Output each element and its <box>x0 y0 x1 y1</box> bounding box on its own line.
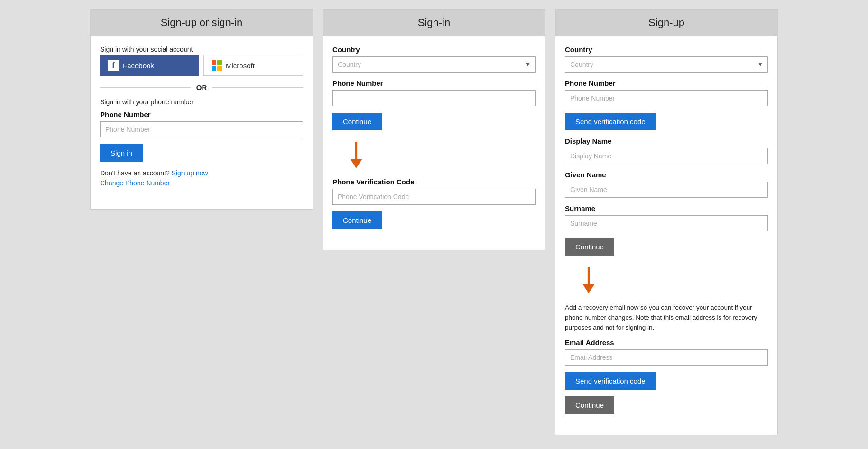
given-name-input[interactable] <box>565 182 768 198</box>
verification-code-input[interactable] <box>332 189 536 205</box>
panel-signup: Sign-up Country Country United States Un… <box>555 9 778 435</box>
email-address-label: Email Address <box>565 339 768 347</box>
phone-signin-title: Sign in with your phone number <box>100 98 303 106</box>
no-account-text: Don't have an account? <box>100 169 170 177</box>
phone-number-label: Phone Number <box>100 110 303 119</box>
microsoft-button[interactable]: Microsoft <box>203 55 303 76</box>
continue-button1[interactable]: Continue <box>332 113 382 130</box>
facebook-icon: f <box>108 60 119 71</box>
phone-number-input[interactable] <box>100 121 303 137</box>
divider-text: OR <box>196 83 207 92</box>
country-select3[interactable]: Country United States United Kingdom Can… <box>565 56 768 73</box>
panel1-title: Sign-up or sign-in <box>91 10 313 36</box>
arrow-down-icon <box>347 142 366 170</box>
display-name-label: Display Name <box>565 137 768 145</box>
phone-number-input2[interactable]: 123456789 <box>332 90 536 106</box>
surname-label: Surname <box>565 204 768 212</box>
country-label: Country <box>332 46 536 54</box>
send-verification-button2[interactable]: Send verification code <box>565 372 656 390</box>
svg-marker-3 <box>582 284 595 293</box>
signin-button[interactable]: Sign in <box>100 144 143 162</box>
country-select-wrapper: Country United States United Kingdom Can… <box>332 56 536 73</box>
or-divider: OR <box>100 83 303 92</box>
signup-now-link[interactable]: Sign up now <box>172 169 208 177</box>
email-address-input[interactable] <box>565 349 768 366</box>
social-buttons: f Facebook Microsoft <box>100 55 303 76</box>
facebook-button[interactable]: f Facebook <box>100 55 199 76</box>
signup-links: Don't have an account? Sign up now Chang… <box>100 168 303 188</box>
panel2-title: Sign-in <box>323 10 545 36</box>
arrow-container2 <box>565 267 768 295</box>
facebook-label: Facebook <box>123 62 154 70</box>
social-title: Sign in with your social account <box>100 46 303 53</box>
divider-line-right <box>212 87 303 88</box>
arrow-container1 <box>332 142 536 170</box>
recovery-text: Add a recovery email now so you can reco… <box>565 303 768 333</box>
microsoft-icon <box>212 60 222 71</box>
phone-number-input3[interactable] <box>565 90 768 106</box>
svg-marker-1 <box>350 159 362 168</box>
phone-number-label3: Phone Number <box>565 79 768 87</box>
continue-button3[interactable]: Continue <box>565 238 614 256</box>
phone-number-label2: Phone Number <box>332 79 536 87</box>
continue-button2[interactable]: Continue <box>332 211 382 229</box>
continue-button4[interactable]: Continue <box>565 396 614 414</box>
country-select-wrapper3: Country United States United Kingdom Can… <box>565 56 768 73</box>
country-label3: Country <box>565 46 768 54</box>
display-name-input[interactable] <box>565 148 768 164</box>
panel-signup-signin: Sign-up or sign-in Sign in with your soc… <box>90 9 313 210</box>
arrow-down-icon2 <box>579 267 598 295</box>
change-phone-link[interactable]: Change Phone Number <box>100 179 170 187</box>
panel3-title: Sign-up <box>555 10 777 36</box>
panel-signin: Sign-in Country Country United States Un… <box>323 9 545 250</box>
surname-input[interactable] <box>565 215 768 231</box>
verification-code-label: Phone Verification Code <box>332 178 536 186</box>
divider-line-left <box>100 87 191 88</box>
send-verification-button1[interactable]: Send verification code <box>565 113 656 130</box>
microsoft-label: Microsoft <box>226 62 255 70</box>
country-select[interactable]: Country United States United Kingdom Can… <box>332 56 536 73</box>
given-name-label: Given Name <box>565 171 768 179</box>
